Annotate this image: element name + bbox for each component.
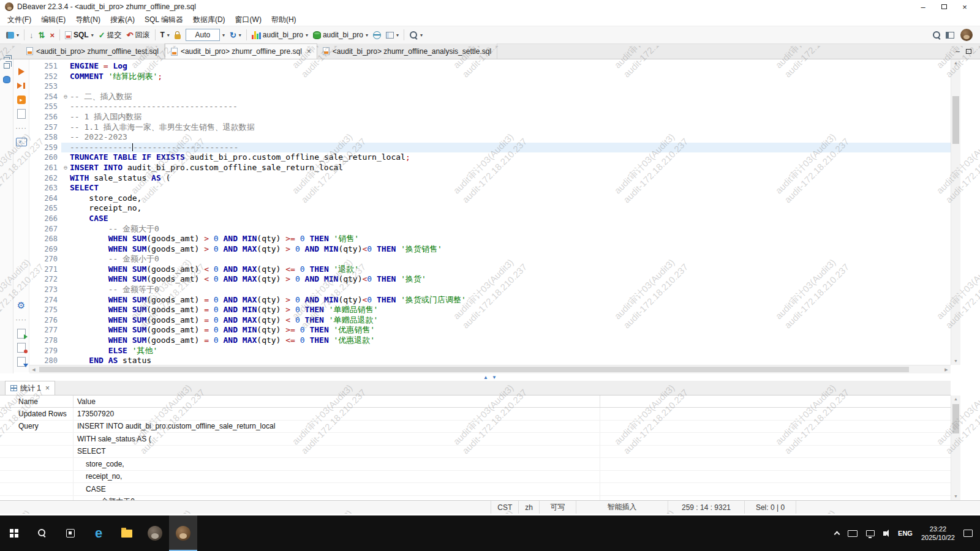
code-line[interactable]: 270 -- 金额小于0 bbox=[29, 254, 951, 264]
status-language[interactable]: zh bbox=[518, 501, 539, 514]
commit-button[interactable]: ✓ 提交 bbox=[96, 28, 124, 42]
panel-splitter[interactable]: ▲ ▼ bbox=[0, 373, 980, 381]
code-line[interactable]: 253 bbox=[29, 81, 951, 92]
status-caret-position[interactable]: 259 : 14 : 9321 bbox=[668, 501, 744, 514]
status-selection[interactable]: Sel: 0 | 0 bbox=[744, 501, 796, 514]
code-line[interactable]: 280 END AS status bbox=[29, 356, 951, 365]
menu-item[interactable]: 数据库(D) bbox=[188, 13, 230, 26]
search-menu-button[interactable]: ▾ bbox=[407, 28, 425, 42]
status-timezone[interactable]: CST bbox=[491, 501, 518, 514]
maximize-button[interactable] bbox=[933, 0, 954, 13]
result-row[interactable]: SELECT bbox=[0, 446, 951, 459]
code-line[interactable]: 279 ELSE '其他' bbox=[29, 346, 951, 356]
editor-vertical-scrollbar[interactable]: ▲ ▼ bbox=[951, 59, 960, 365]
sync-button[interactable]: ⇅ bbox=[36, 28, 48, 42]
code-line[interactable]: 266 CASE bbox=[29, 214, 951, 224]
column-header-value[interactable]: Value bbox=[74, 395, 600, 407]
code-line[interactable]: 272 WHEN SUM(goods_amt) < 0 AND MAX(qty)… bbox=[29, 274, 951, 285]
menu-item[interactable]: SQL 编辑器 bbox=[140, 13, 188, 26]
edge-button[interactable]: e bbox=[85, 515, 113, 551]
execute-statement-icon[interactable] bbox=[13, 65, 29, 78]
column-header-name[interactable]: Name bbox=[0, 395, 74, 407]
taskbar-search-button[interactable] bbox=[28, 515, 56, 551]
more-icon[interactable]: ···· bbox=[13, 313, 29, 326]
execute-new-tab-icon[interactable] bbox=[13, 93, 29, 106]
rollback-button[interactable]: ↶ 回滚 bbox=[124, 28, 153, 42]
code-line[interactable]: 255----------------------------------- bbox=[29, 102, 951, 112]
code-line[interactable]: 251ENGINE = Log bbox=[29, 61, 951, 72]
action-center-icon[interactable] bbox=[963, 530, 973, 537]
fold-marker[interactable]: ⊖ bbox=[61, 163, 70, 173]
tab-close-icon[interactable]: × bbox=[45, 384, 50, 392]
editor-tab[interactable]: <audit_bi_pro> zhumr_offline_test.sql bbox=[21, 43, 165, 59]
quick-search-button[interactable] bbox=[930, 28, 943, 42]
more-actions-icon[interactable]: ···· bbox=[13, 121, 29, 134]
lock-button[interactable] bbox=[172, 28, 183, 42]
database-navigator-icon[interactable] bbox=[3, 76, 10, 83]
scroll-down-icon[interactable]: ▼ bbox=[951, 493, 960, 500]
code-line[interactable]: 269 WHEN SUM(goods_amt) > 0 AND MAX(qty)… bbox=[29, 244, 951, 255]
fetch-button[interactable]: ↓ bbox=[27, 28, 36, 42]
editor-tab[interactable]: <audit_bi_pro> zhumr_offline_pre.sql× bbox=[165, 43, 317, 59]
scrollbar-thumb[interactable] bbox=[952, 96, 959, 144]
open-terminal-icon[interactable] bbox=[13, 135, 29, 148]
database-selector[interactable]: audit_bi_pro ▾ bbox=[311, 28, 371, 42]
globe-button[interactable] bbox=[371, 28, 383, 42]
editor-tab[interactable]: <audit_bi_pro> zhumr_offline_analysis_se… bbox=[317, 43, 497, 59]
autocommit-dropdown[interactable]: ▾ bbox=[220, 32, 227, 38]
abort-button[interactable]: × bbox=[47, 28, 57, 42]
code-line[interactable]: 264 store_code, bbox=[29, 193, 951, 204]
code-line[interactable]: 265 receipt_no, bbox=[29, 203, 951, 214]
code-line[interactable]: 259----------------------------------- bbox=[29, 143, 951, 153]
maximize-view-button[interactable] bbox=[966, 49, 971, 54]
fold-marker[interactable]: ⊖ bbox=[61, 92, 70, 102]
status-writable[interactable]: 可写 bbox=[539, 501, 576, 514]
result-row[interactable]: Updated Rows173507920 bbox=[0, 408, 951, 421]
minimize-button[interactable]: – bbox=[913, 0, 933, 13]
export-script-icon[interactable] bbox=[13, 327, 29, 340]
save-script-icon[interactable] bbox=[13, 341, 29, 354]
scrollbar-thumb[interactable] bbox=[952, 404, 959, 433]
expand-up-icon[interactable]: ▲ bbox=[483, 375, 488, 380]
touch-keyboard-icon[interactable] bbox=[848, 530, 858, 537]
menu-item[interactable]: 搜索(A) bbox=[105, 13, 140, 26]
status-insert-mode[interactable]: 智能插入 bbox=[576, 501, 668, 514]
dbeaver-taskbar-button-active[interactable] bbox=[169, 515, 197, 551]
scrollbar-thumb[interactable] bbox=[39, 367, 909, 372]
refresh-button[interactable]: ↻ ▾ bbox=[227, 28, 244, 42]
file-explorer-button[interactable] bbox=[113, 515, 141, 551]
code-line[interactable]: 254⊖-- 二、插入数据 bbox=[29, 92, 951, 102]
execute-script-icon[interactable] bbox=[13, 79, 29, 92]
scroll-left-icon[interactable]: ◀ bbox=[29, 365, 38, 373]
network-icon[interactable] bbox=[866, 530, 875, 536]
scroll-up-icon[interactable]: ▲ bbox=[951, 395, 960, 403]
new-connection-button[interactable]: ▾ bbox=[4, 28, 21, 42]
menu-item[interactable]: 文件(F) bbox=[2, 13, 36, 26]
close-button[interactable]: × bbox=[954, 0, 975, 13]
code-line[interactable]: 257-- 1.1 插入非海一家、非男生女生销售、退款数据 bbox=[29, 122, 951, 133]
code-line[interactable]: 262WITH sale_status AS ( bbox=[29, 173, 951, 184]
start-button[interactable] bbox=[0, 515, 28, 551]
code-line[interactable]: 260TRUNCATE TABLE IF EXISTS audit_bi_pro… bbox=[29, 152, 951, 163]
minimize-view-button[interactable]: – bbox=[956, 47, 960, 56]
result-row[interactable]: receipt_no, bbox=[0, 471, 951, 484]
transaction-mode-button[interactable]: T ▾ bbox=[158, 28, 172, 42]
scroll-down-icon[interactable]: ▼ bbox=[951, 358, 960, 365]
clock[interactable]: 23:22 2025/10/22 bbox=[921, 525, 955, 542]
settings-gear-icon[interactable] bbox=[13, 299, 29, 312]
result-row[interactable]: QueryINSERT INTO audit_bi_pro.custom_off… bbox=[0, 421, 951, 433]
code-line[interactable]: 267 -- 金额大于0 bbox=[29, 224, 951, 234]
volume-icon[interactable] bbox=[883, 531, 886, 536]
code-line[interactable]: 276 WHEN SUM(goods_amt) = 0 AND MAX(qty)… bbox=[29, 315, 951, 326]
sql-editor-menu-button[interactable]: SQL ▾ bbox=[62, 28, 96, 42]
network-button[interactable]: ▾ bbox=[383, 28, 401, 42]
result-row[interactable]: CASE bbox=[0, 483, 951, 496]
connection-selector[interactable]: audit_bi_pro ▾ bbox=[249, 28, 311, 42]
code-line[interactable]: 268 WHEN SUM(goods_amt) > 0 AND MIN(qty)… bbox=[29, 234, 951, 244]
load-script-icon[interactable] bbox=[13, 355, 29, 368]
scroll-up-icon[interactable]: ▲ bbox=[951, 59, 960, 67]
menu-item[interactable]: 导航(N) bbox=[70, 13, 105, 26]
results-vertical-scrollbar[interactable]: ▲ ▼ bbox=[951, 395, 960, 500]
code-line[interactable]: 258-- 2022-2023 bbox=[29, 132, 951, 143]
menu-item[interactable]: 帮助(H) bbox=[266, 13, 301, 26]
